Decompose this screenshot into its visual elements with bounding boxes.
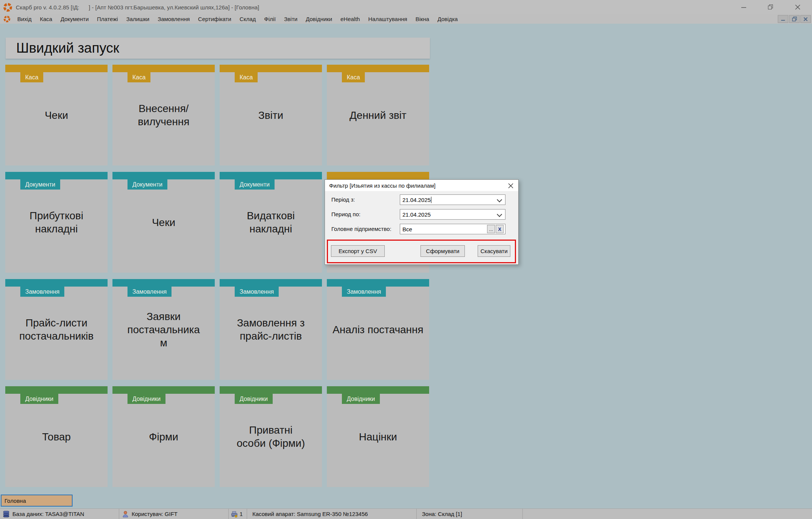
tile-label: Внесення/вилучення (112, 65, 215, 165)
text-cursor (431, 197, 431, 203)
status-zone: Зона: Склад [1] (417, 509, 523, 519)
dialog-close-icon[interactable] (507, 182, 514, 189)
tile-label: Фірми (112, 386, 215, 487)
menu-item-references[interactable]: Довідники (302, 15, 336, 23)
tile-label: Денний звіт (327, 65, 429, 165)
menu-item-exit[interactable]: Вихід (13, 15, 36, 23)
tile-zvity-kasa[interactable]: Каса Звіти (220, 65, 322, 165)
menu-item-stock-balance[interactable]: Залишки (122, 15, 154, 23)
tile-label: Видаткові накладні (220, 172, 322, 273)
tile-cheki-documents[interactable]: Документи Чеки (112, 172, 215, 273)
menu-item-orders[interactable]: Замовлення (153, 15, 194, 23)
tile-analiz-postachannya[interactable]: Замовлення Аналіз постачання (327, 279, 429, 380)
title-bar: Скарб pro v. 4.0.2.85 [ІД: ] - [Апт №003… (0, 0, 812, 14)
main-enterprise-value: Все (402, 226, 412, 232)
tile-label: Націнки (327, 386, 429, 487)
chevron-down-icon[interactable] (497, 197, 502, 202)
user-icon (122, 511, 129, 517)
window-controls (741, 4, 801, 10)
menu-item-reports[interactable]: Звіти (280, 15, 302, 23)
status-bar: База даних: TASA3@TITAN Користувач: GIFT… (0, 508, 812, 519)
status-user: Користувач: GIFT (119, 509, 229, 519)
clear-button[interactable]: X (496, 225, 504, 233)
tile-prybutkovi-nakladni[interactable]: Документи Прибуткові накладні (5, 172, 108, 273)
tile-zamovlennya-z-price-lists[interactable]: Замовлення Замовлення з прайс-листів (220, 279, 322, 380)
tile-vnesennya-vyluchennya[interactable]: Каса Внесення/вилучення (112, 65, 215, 165)
browse-button[interactable]: ... (487, 225, 495, 233)
dialog-title-bar[interactable]: Фильтр [Изьятия из кассы по филиалам] (325, 180, 518, 191)
window-title: Скарб pro v. 4.0.2.85 [ІД: ] - [Апт №003… (16, 4, 259, 11)
menu-item-kasa[interactable]: Каса (36, 15, 56, 23)
menu-item-warehouse[interactable]: Склад (235, 15, 260, 23)
tile-dennyi-zvit[interactable]: Каса Денний звіт (327, 65, 429, 165)
tile-price-lists-suppliers[interactable]: Замовлення Прайс-листи постачальників (5, 279, 108, 380)
period-to-label: Период по: (331, 209, 360, 220)
app-logo-icon (3, 3, 12, 12)
app-logo-small-icon (3, 15, 11, 23)
mdi-minimize-icon[interactable] (778, 15, 788, 23)
database-text: База даних: TASA3@TITAN (12, 511, 84, 517)
quick-launch-grid: Каса Чеки Каса Внесення/вилучення Каса З… (5, 65, 429, 487)
minimize-icon[interactable] (741, 4, 747, 10)
mdi-window-controls (778, 15, 811, 23)
tile-tovar[interactable]: Довідники Товар (5, 386, 108, 487)
filter-dialog: Фильтр [Изьятия из кассы по филиалам] Пе… (325, 179, 519, 265)
menu-item-certificates[interactable]: Сертифікати (194, 15, 235, 23)
tab-label: Головна (5, 498, 26, 504)
menu-item-help[interactable]: Довідка (433, 15, 462, 23)
tile-vydatkovi-nakladni[interactable]: Документи Видаткові накладні (220, 172, 322, 273)
export-csv-button[interactable]: Експорт у CSV (331, 245, 385, 257)
tile-label: Звіти (220, 65, 322, 165)
tile-zayavky-postachalnykam[interactable]: Замовлення Заявки постачальникам (112, 279, 215, 380)
quick-launch-header: Швидкий запуск (6, 38, 430, 59)
menu-item-branches[interactable]: Філії (260, 15, 280, 23)
generate-button[interactable]: Сформувати (420, 245, 465, 257)
cash-register-text: Касовий апарат: Samsung ER-350 №123456 (252, 511, 368, 517)
mdi-restore-icon[interactable] (789, 15, 800, 23)
tile-label: Заявки постачальникам (112, 279, 215, 380)
menu-item-documents[interactable]: Документи (56, 15, 93, 23)
tab-golovna[interactable]: Головна (1, 495, 73, 507)
period-to-input[interactable]: 21.04.2025 (400, 209, 505, 220)
dialog-title: Фильтр [Изьятия из кассы по филиалам] (329, 182, 436, 189)
tile-nacinky[interactable]: Довідники Націнки (327, 386, 429, 487)
status-register-count: 1 (229, 509, 247, 519)
tile-label: Чеки (5, 65, 108, 165)
menu-item-ehealth[interactable]: eHealth (336, 15, 364, 23)
tile-label: Прайс-листи постачальників (5, 279, 108, 380)
menu-item-windows[interactable]: Вікна (411, 15, 434, 23)
chevron-down-icon[interactable] (497, 212, 502, 217)
menu-bar: Вихід Каса Документи Платежі Залишки Зам… (0, 14, 812, 24)
period-from-value: 21.04.2025 (402, 197, 431, 203)
tile-pryvatni-osoby[interactable]: Довідники Приватні особи (Фірми) (220, 386, 322, 487)
close-icon[interactable] (795, 4, 801, 10)
main-enterprise-input[interactable]: Все ... X (400, 224, 505, 234)
main-enterprise-label: Головне підприемство: (331, 224, 392, 234)
register-count: 1 (240, 511, 243, 517)
page-title: Швидкий запуск (16, 40, 119, 56)
mdi-close-icon[interactable] (800, 15, 811, 23)
user-text: Користувач: GIFT (132, 511, 178, 517)
tile-cheki-kasa[interactable]: Каса Чеки (5, 65, 108, 165)
tile-label: Приватні особи (Фірми) (220, 386, 322, 487)
database-icon (3, 511, 9, 517)
tile-label: Замовлення з прайс-листів (220, 279, 322, 380)
status-cash-register: Касовий апарат: Samsung ER-350 №123456 (247, 509, 417, 519)
period-to-value: 21.04.2025 (402, 211, 431, 218)
period-from-input[interactable]: 21.04.2025 (400, 194, 505, 205)
tile-label: Прибуткові накладні (5, 172, 108, 273)
tile-label: Товар (5, 386, 108, 487)
menu-item-payments[interactable]: Платежі (93, 15, 122, 23)
period-from-label: Період з: (331, 194, 355, 205)
zone-text: Зона: Склад [1] (422, 511, 462, 517)
cash-register-icon (231, 511, 238, 517)
restore-icon[interactable] (768, 4, 774, 10)
menu-item-settings[interactable]: Налаштування (364, 15, 411, 23)
status-filler (523, 509, 812, 519)
status-database: База даних: TASA3@TITAN (0, 509, 119, 519)
tile-label: Чеки (112, 172, 215, 273)
tile-label: Аналіз постачання (327, 279, 429, 380)
tile-firmy[interactable]: Довідники Фірми (112, 386, 215, 487)
cancel-button[interactable]: Скасувати (478, 245, 510, 257)
